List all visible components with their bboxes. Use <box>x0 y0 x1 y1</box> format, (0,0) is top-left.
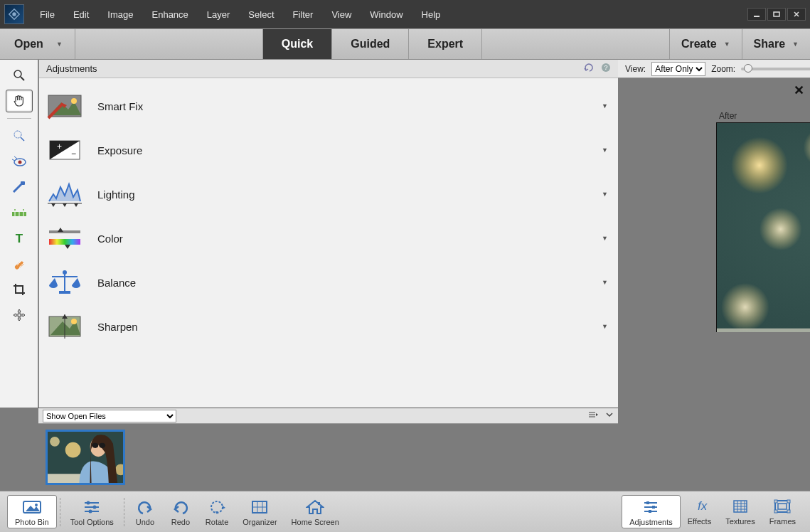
svg-rect-3 <box>774 12 779 16</box>
menu-image[interactable]: Image <box>100 5 140 24</box>
svg-point-8 <box>14 131 21 138</box>
tool-separator <box>7 118 31 119</box>
bb-label: Tool Options <box>70 518 114 526</box>
svg-text:−: − <box>71 149 76 159</box>
adj-label: Balance <box>97 277 136 289</box>
svg-marker-84 <box>51 203 55 207</box>
adj-balance[interactable]: Balance ▼ <box>39 260 618 304</box>
straighten-tool[interactable] <box>6 201 33 224</box>
bb-label: Textures <box>725 517 755 526</box>
bb-redo[interactable]: Redo <box>163 496 198 528</box>
canvas[interactable]: ✕ After <box>618 78 810 332</box>
bb-adjustments[interactable]: Adjustments <box>622 495 681 528</box>
zoom-slider[interactable] <box>741 68 810 70</box>
adj-lighting[interactable]: Lighting ▼ <box>39 172 618 216</box>
tab-expert[interactable]: Expert <box>408 29 482 59</box>
create-menu[interactable]: Create▼ <box>669 29 742 59</box>
bb-frames[interactable]: Frames <box>762 495 803 528</box>
whiten-teeth-tool[interactable] <box>6 176 33 198</box>
menu-help[interactable]: Help <box>415 5 448 24</box>
svg-line-13 <box>12 159 15 161</box>
panel-title: Adjustments <box>46 63 97 74</box>
menu-filter[interactable]: Filter <box>286 5 321 24</box>
svg-text:?: ? <box>604 64 607 71</box>
adj-color[interactable]: Color ▼ <box>39 216 618 260</box>
bb-effects[interactable]: fx Effects <box>681 495 718 528</box>
spot-heal-tool[interactable] <box>6 252 33 275</box>
bin-collapse-icon[interactable] <box>605 410 614 421</box>
close-document-icon[interactable]: ✕ <box>794 83 804 98</box>
zoom-tool[interactable] <box>6 64 33 87</box>
bb-organizer[interactable]: Organizer <box>235 496 284 528</box>
tab-guided[interactable]: Guided <box>331 29 408 59</box>
share-menu[interactable]: Share▼ <box>742 29 810 59</box>
chevron-down-icon: ▼ <box>602 191 608 198</box>
svg-point-11 <box>18 161 21 164</box>
adj-label: Lighting <box>97 188 135 201</box>
svg-rect-134 <box>774 500 777 503</box>
svg-text:+: + <box>57 142 62 151</box>
bin-settings-icon[interactable] <box>588 410 598 421</box>
svg-line-7 <box>21 77 24 80</box>
menu-enhance[interactable]: Enhance <box>145 5 196 24</box>
close-button[interactable] <box>787 8 806 21</box>
menu-select[interactable]: Select <box>241 5 281 24</box>
home-icon <box>304 497 326 517</box>
maximize-button[interactable] <box>767 8 786 21</box>
thumbnail[interactable] <box>46 430 125 485</box>
svg-marker-85 <box>63 203 67 207</box>
move-tool[interactable] <box>6 304 33 326</box>
bb-tool-options[interactable]: Tool Options <box>63 496 121 528</box>
adj-exposure[interactable]: +− Exposure ▼ <box>39 128 618 172</box>
crop-tool[interactable] <box>6 278 33 301</box>
bb-label: Home Screen <box>292 518 339 526</box>
bb-label: Effects <box>688 517 711 526</box>
effects-icon: fx <box>688 496 710 516</box>
menu-layer[interactable]: Layer <box>200 5 238 24</box>
bb-textures[interactable]: Textures <box>718 495 762 528</box>
svg-point-21 <box>23 209 24 211</box>
menu-edit[interactable]: Edit <box>66 5 96 24</box>
bb-sep <box>60 498 60 526</box>
svg-point-1 <box>12 12 16 16</box>
menu-file[interactable]: File <box>33 5 62 24</box>
svg-line-14 <box>14 184 21 192</box>
rotate-icon <box>206 497 228 517</box>
type-tool[interactable]: T <box>6 227 33 250</box>
bb-rotate[interactable]: Rotate <box>198 496 235 528</box>
bb-photo-bin[interactable]: Photo Bin <box>7 495 57 528</box>
menu-view[interactable]: View <box>324 5 358 24</box>
photo-bin-select[interactable]: Show Open Files <box>43 410 176 422</box>
view-select[interactable]: After Only <box>651 62 705 76</box>
chevron-down-icon: ▼ <box>602 235 608 242</box>
menu-items: File Edit Image Enhance Layer Select Fil… <box>33 5 447 24</box>
quick-select-tool[interactable] <box>6 124 33 147</box>
zoom-thumb[interactable] <box>744 64 752 73</box>
redeye-tool[interactable] <box>6 150 33 173</box>
lighting-icon <box>46 180 83 208</box>
adj-smartfix[interactable]: Smart Fix ▼ <box>39 84 618 128</box>
app-icon <box>4 4 24 24</box>
svg-rect-89 <box>49 239 80 245</box>
tab-guided-label: Guided <box>351 38 390 50</box>
svg-line-12 <box>14 156 17 159</box>
adjustments-list: Smart Fix ▼ +− Exposure ▼ Lighting ▼ Col… <box>39 78 618 354</box>
tab-quick[interactable]: Quick <box>262 29 331 59</box>
menu-window[interactable]: Window <box>363 5 410 24</box>
bb-home-screen[interactable]: Home Screen <box>284 496 346 528</box>
tab-quick-label: Quick <box>282 38 313 50</box>
exposure-icon: +− <box>46 136 83 164</box>
minimize-button[interactable] <box>747 8 766 21</box>
open-button[interactable]: Open ▼ <box>0 29 75 59</box>
adj-sharpen[interactable]: Sharpen ▼ <box>39 304 618 349</box>
svg-rect-15 <box>21 181 25 185</box>
hand-tool[interactable] <box>6 90 33 112</box>
svg-marker-86 <box>74 203 78 207</box>
help-icon[interactable]: ? <box>601 63 611 75</box>
svg-marker-101 <box>26 506 40 511</box>
bb-undo[interactable]: Undo <box>127 496 163 528</box>
svg-rect-137 <box>787 510 790 513</box>
toolbox: T <box>0 60 38 408</box>
reset-icon[interactable] <box>584 63 595 75</box>
open-label: Open <box>14 38 43 50</box>
